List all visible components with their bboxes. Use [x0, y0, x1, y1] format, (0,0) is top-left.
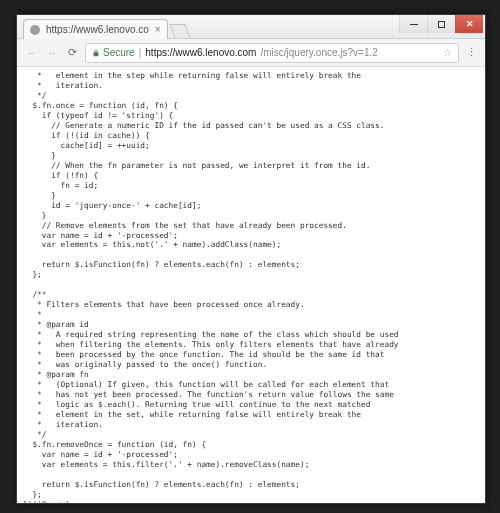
- window-minimize-button[interactable]: [399, 15, 427, 33]
- forward-button[interactable]: →: [45, 47, 59, 59]
- new-tab-button[interactable]: [169, 24, 190, 38]
- tab-title: https://www6.lenovo.co: [46, 24, 149, 35]
- secure-indicator: Secure: [92, 47, 135, 58]
- secure-label: Secure: [103, 47, 135, 58]
- browser-window: https://www6.lenovo.co × ✕ ← → ⟳ Secure: [16, 14, 486, 504]
- browser-tab[interactable]: https://www6.lenovo.co ×: [23, 19, 168, 39]
- reload-button[interactable]: ⟳: [65, 46, 79, 59]
- separator: |: [139, 47, 142, 58]
- url-host: https://www6.lenovo.com: [145, 47, 256, 58]
- window-maximize-button[interactable]: [427, 15, 455, 33]
- page-content[interactable]: * element in the step while returning fa…: [17, 67, 485, 503]
- favicon-icon: [30, 25, 40, 35]
- lock-icon: [92, 49, 100, 57]
- desktop: https://www6.lenovo.co × ✕ ← → ⟳ Secure: [0, 0, 500, 513]
- minimize-icon: [410, 24, 418, 25]
- address-bar[interactable]: Secure | https://www6.lenovo.com/misc/jq…: [85, 43, 459, 63]
- code-block: * element in the step while returning fa…: [23, 71, 479, 503]
- close-icon: ✕: [466, 19, 474, 29]
- window-controls: ✕: [399, 15, 483, 33]
- browser-toolbar: ← → ⟳ Secure | https://www6.lenovo.com/m…: [17, 39, 485, 67]
- back-button[interactable]: ←: [25, 47, 39, 59]
- tab-close-icon[interactable]: ×: [155, 24, 161, 35]
- titlebar: https://www6.lenovo.co × ✕: [17, 15, 485, 39]
- window-close-button[interactable]: ✕: [455, 15, 483, 33]
- url-path: /misc/jquery.once.js?v=1.2: [260, 47, 377, 58]
- bookmark-star-icon[interactable]: ☆: [443, 47, 452, 58]
- menu-button[interactable]: ⋮: [465, 46, 477, 59]
- maximize-icon: [438, 21, 445, 28]
